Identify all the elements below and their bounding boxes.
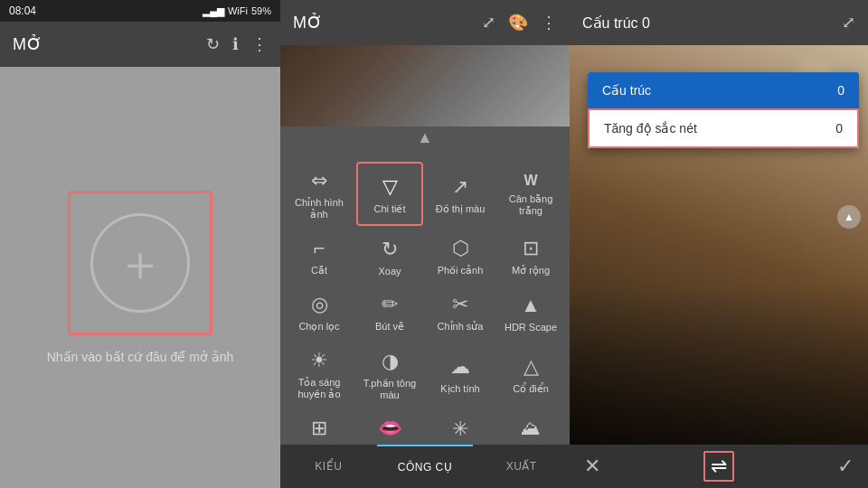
add-image-button[interactable]: ＋ (68, 191, 212, 335)
cat-icon: ⌐ (314, 237, 326, 260)
phoi-canh-label: Phối cảnh (438, 265, 484, 277)
palette-icon[interactable]: 🎨 (508, 13, 528, 33)
panel-left-header-icons: ↻ ℹ ⋮ (206, 34, 268, 54)
phoi-canh-icon: ⬡ (452, 237, 469, 260)
tool-sparkle[interactable]: ✳ ... (425, 408, 495, 445)
photo-area: ▲ Cấu trúc 0 Tăng độ sắc nét 0 (570, 45, 868, 445)
tool-mo-rong[interactable]: ⊡ Mở rộng (495, 228, 566, 284)
add-circle-icon: ＋ (90, 213, 190, 313)
tool-hdr-scape[interactable]: ▲ HDR Scape (495, 284, 566, 340)
panel-middle-title: MỞ (293, 13, 323, 33)
tool-nu[interactable]: 👄 Nữ... (354, 408, 425, 445)
more-icon[interactable]: ⋮ (251, 34, 268, 54)
tool-landscape[interactable]: ⛰ Cảnh... (495, 408, 566, 445)
hdr-scape-icon: ▲ (521, 294, 541, 317)
do-thi-mau-label: Đồ thị màu (436, 203, 486, 215)
tool-toa-sang[interactable]: ☀ Tỏa sáng huyền ảo (284, 340, 354, 408)
kich-tinh-label: Kịch tính (440, 383, 479, 395)
scroll-up-btn[interactable]: ▲ (280, 127, 570, 153)
tool-xoay[interactable]: ↻ Xoay (354, 228, 425, 284)
status-battery: 59% (251, 5, 271, 16)
panel-middle-header-icons: ⤢ 🎨 ⋮ (482, 13, 557, 33)
chinh-sua-icon: ✂ (452, 293, 468, 316)
panel-middle: MỞ ⤢ 🎨 ⋮ ▲ ⇔ Chỉnh hình ảnh ▽ Chi tiết ↗… (280, 0, 570, 488)
tool-chi-tiet[interactable]: ▽ Chi tiết (356, 162, 423, 226)
tool-kich-tinh[interactable]: ☁ Kịch tính (425, 340, 495, 408)
co-dien-icon: △ (524, 355, 539, 379)
status-time: 08:04 (9, 5, 36, 17)
kich-tinh-icon: ☁ (450, 355, 470, 379)
thumbnail-placeholder (280, 45, 570, 127)
tool-can-bang-trang[interactable]: W Cân bằng trắng (495, 160, 566, 228)
tool-co-dien[interactable]: △ Cổ điển (495, 340, 566, 408)
chi-tiet-icon: ▽ (382, 175, 398, 199)
tool-cat[interactable]: ⌐ Cắt (284, 228, 354, 284)
cancel-button[interactable]: ✕ (584, 455, 600, 478)
hdr-scape-label: HDR Scape (505, 322, 557, 333)
chinh-hinh-anh-icon: ⇔ (311, 169, 327, 192)
refresh-icon[interactable]: ↻ (206, 34, 220, 54)
panel-left-title: MỞ (13, 34, 42, 54)
status-signal: ▂▄▆ (203, 5, 224, 17)
dropdown-overlay: Cấu trúc 0 Tăng độ sắc nét 0 (588, 72, 859, 148)
add-image-label: Nhấn vào bất cứ đâu để mở ảnh (47, 350, 234, 364)
cat-label: Cắt (311, 265, 327, 277)
status-wifi: WiFi (228, 5, 248, 16)
dropdown-row-cau-truc[interactable]: Cấu trúc 0 (588, 72, 859, 108)
panel-middle-header: MỞ ⤢ 🎨 ⋮ (280, 0, 570, 45)
tab-xuat[interactable]: XUẤT (473, 445, 570, 488)
phim-chua-icon: ⊞ (311, 417, 327, 440)
can-bang-trang-label: Cân bằng trắng (499, 193, 562, 217)
sparkle-icon: ✳ (452, 418, 468, 441)
tang-do-sac-net-value: 0 (835, 121, 843, 136)
more-dots-icon[interactable]: ⋮ (541, 13, 557, 33)
chon-loc-label: Chọn lọc (298, 321, 339, 333)
panel-right-title: Cấu trúc 0 (582, 14, 650, 32)
expand-icon[interactable]: ⤢ (482, 13, 495, 33)
confirm-button[interactable]: ✓ (837, 455, 854, 478)
tool-phoi-canh[interactable]: ⬡ Phối cảnh (425, 228, 495, 284)
chi-tiet-label: Chi tiết (373, 203, 405, 215)
cau-truc-label: Cấu trúc (602, 83, 651, 98)
t-phan-tong-mau-label: T.phần tông màu (358, 378, 421, 400)
photo-nav-btn[interactable]: ▲ (837, 205, 861, 229)
tang-do-sac-net-label: Tăng độ sắc nét (604, 121, 697, 136)
xoay-icon: ↻ (382, 238, 398, 261)
tool-but-ve[interactable]: ✏ Bút vẽ (354, 284, 425, 340)
tool-t-phan-tong-mau[interactable]: ◑ T.phần tông màu (354, 340, 425, 408)
panel-left-body: ＋ Nhấn vào bất cứ đâu để mở ảnh (0, 67, 280, 488)
panel-right: Cấu trúc 0 ⤢ ▲ Cấu trúc 0 Tăng độ sắc né… (570, 0, 868, 488)
tab-kieu[interactable]: KIỂU (280, 445, 377, 488)
tool-chinh-sua[interactable]: ✂ Chỉnh sửa (425, 284, 495, 340)
bottom-tabs: KIỂU CÔNG CỤ XUẤT (280, 445, 570, 488)
tab-cong-cu[interactable]: CÔNG CỤ (377, 445, 474, 488)
tool-phim-chua[interactable]: ⊞ Phim chưa... (284, 408, 354, 445)
chinh-sua-label: Chỉnh sửa (438, 321, 484, 333)
adjust-button[interactable]: ⇌ (703, 451, 734, 482)
toa-sang-icon: ☀ (310, 349, 328, 372)
panel-right-header: Cấu trúc 0 ⤢ (570, 0, 868, 45)
mo-rong-label: Mở rộng (512, 265, 550, 277)
photo-overlay (570, 285, 868, 445)
panel-left-header: MỞ ↻ ℹ ⋮ (0, 22, 280, 67)
mo-rong-icon: ⊡ (523, 237, 539, 260)
but-ve-label: Bút vẽ (375, 321, 404, 333)
t-phan-tong-mau-icon: ◑ (382, 350, 399, 373)
dropdown-row-tang-do-sac-net[interactable]: Tăng độ sắc nét 0 (588, 108, 859, 148)
toa-sang-label: Tỏa sáng huyền ảo (288, 377, 351, 400)
thumbnail-area (280, 45, 570, 127)
tool-chon-loc[interactable]: ◎ Chọn lọc (284, 284, 354, 340)
co-dien-label: Cổ điển (513, 383, 549, 395)
status-bar: 08:04 ▂▄▆ WiFi 59% (0, 0, 280, 22)
chon-loc-icon: ◎ (311, 293, 328, 316)
but-ve-icon: ✏ (382, 293, 398, 316)
nu-icon: 👄 (378, 417, 402, 440)
tool-do-thi-mau[interactable]: ↗ Đồ thị màu (425, 160, 495, 228)
cau-truc-value: 0 (837, 83, 844, 98)
can-bang-trang-icon: W (524, 173, 537, 189)
info-icon[interactable]: ℹ (232, 34, 239, 54)
tool-chinh-hinh-anh[interactable]: ⇔ Chỉnh hình ảnh (284, 160, 354, 228)
panel-right-bottom: ✕ ⇌ ✓ (570, 445, 868, 488)
panel-right-header-icon[interactable]: ⤢ (842, 13, 855, 33)
xoay-label: Xoay (378, 266, 401, 277)
